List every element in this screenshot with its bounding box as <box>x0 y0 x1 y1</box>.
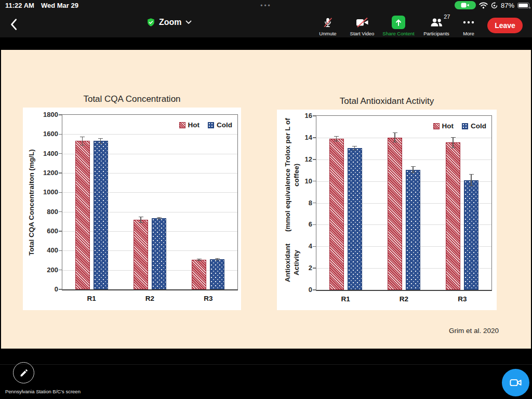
error-bar <box>215 258 220 260</box>
video-off-icon <box>356 17 369 28</box>
x-tick-label: R1 <box>76 295 107 302</box>
y-tick-mark <box>59 231 62 232</box>
chart-panel: Total CQA Concentraiton (mg/L) HotCold 0… <box>23 108 241 310</box>
legend-label: Cold <box>217 121 232 129</box>
back-chevron-icon <box>10 18 17 31</box>
start-video-label: Start Video <box>350 31 375 36</box>
citation-text: Grim et al. 2020 <box>449 327 499 335</box>
legend: HotCold <box>433 122 487 130</box>
back-button[interactable] <box>6 17 21 32</box>
x-tick-label: R3 <box>193 295 224 302</box>
error-bar <box>469 174 474 186</box>
error-bar <box>80 137 85 145</box>
bar-R3-hot <box>192 260 206 289</box>
y-tick-mark <box>59 211 62 212</box>
y-tick-label: 1600 <box>31 130 58 138</box>
start-video-button[interactable]: Start Video <box>345 12 379 36</box>
x-tick-label: R3 <box>447 295 478 303</box>
shared-screen-owner-label: Pennsylvania Station B/C's screen <box>5 389 81 394</box>
battery-icon <box>517 3 529 8</box>
x-tick-label: R2 <box>135 295 166 302</box>
camera-active-pill <box>455 1 476 9</box>
legend-swatch <box>179 122 185 128</box>
y-tick-label: 1000 <box>31 188 58 196</box>
y-tick-label: 0 <box>285 286 312 294</box>
y-tick-label: 12 <box>285 155 312 164</box>
participants-count-badge: 27 <box>444 14 450 20</box>
y-tick-mark <box>59 250 62 251</box>
mic-muted-icon <box>322 17 334 29</box>
y-tick-label: 8 <box>285 199 312 207</box>
legend-swatch <box>462 123 468 129</box>
bar-R3-cold <box>464 180 478 290</box>
x-tick-label: R1 <box>330 295 361 303</box>
x-tick-label: R2 <box>389 295 420 303</box>
legend-swatch <box>208 122 214 128</box>
chart-antioxidant: Total Antioxidant Activity Antioxidant A… <box>277 96 497 310</box>
multitask-dots-icon: ••• <box>0 2 532 9</box>
gridline <box>316 138 491 138</box>
chart-title: Total Antioxidant Activity <box>277 96 497 108</box>
bar-R3-cold <box>210 259 224 289</box>
legend-label: Hot <box>188 121 200 129</box>
status-bar: 11:22 AM Wed Mar 29 ••• 87% <box>0 0 532 11</box>
y-tick-label: 400 <box>31 246 58 255</box>
y-tick-label: 0 <box>31 285 58 294</box>
share-content-icon <box>392 16 405 29</box>
y-tick-label: 1200 <box>31 169 58 177</box>
error-bar <box>98 138 103 144</box>
error-bar <box>352 146 357 150</box>
chart-total-cqa: Total CQA Concentration Total CQA Concen… <box>23 94 241 310</box>
plot-area: HotCold 0246810121416R1R2R3 <box>316 115 492 291</box>
legend: HotCold <box>179 121 233 129</box>
footer-divider <box>0 364 532 365</box>
participants-icon <box>430 17 444 28</box>
more-dots-icon <box>463 21 474 24</box>
legend-label: Cold <box>471 122 486 130</box>
legend-item-hot: Hot <box>179 121 200 129</box>
gridline <box>62 134 237 135</box>
legend-swatch <box>433 123 440 129</box>
y-tick-label: 6 <box>285 220 312 229</box>
unmute-label: Unmute <box>319 31 336 36</box>
bar-R1-cold <box>94 141 108 289</box>
meeting-title-button[interactable]: Zoom <box>147 18 192 27</box>
y-tick-label: 16 <box>285 112 312 120</box>
y-tick-mark <box>59 172 62 174</box>
y-tick-label: 1400 <box>31 150 58 158</box>
camera-fab-button[interactable] <box>502 369 529 396</box>
legend-item-cold: Cold <box>462 122 486 130</box>
battery-percent: 87% <box>501 2 514 9</box>
leave-button[interactable]: Leave <box>487 18 523 33</box>
y-tick-mark <box>313 159 316 160</box>
y-tick-label: 10 <box>285 177 312 185</box>
plot-area: HotCold 02004006008001000120014001600180… <box>62 114 238 290</box>
share-content-button[interactable]: Share Content <box>379 12 418 36</box>
error-bar <box>393 132 397 142</box>
y-tick-mark <box>313 115 316 116</box>
y-tick-label: 800 <box>31 208 58 216</box>
y-tick-label: 600 <box>31 227 58 235</box>
bar-R2-hot <box>134 220 148 289</box>
y-tick-mark <box>313 137 316 138</box>
share-content-label: Share Content <box>382 31 414 36</box>
ipad-screen: 11:22 AM Wed Mar 29 ••• 87% <box>0 0 532 399</box>
zoom-toolbar: Zoom Unmute <box>0 11 532 37</box>
meeting-title: Zoom <box>159 18 182 27</box>
camera-in-use-icon <box>461 3 469 8</box>
y-tick-mark <box>59 270 62 271</box>
y-tick-label: 14 <box>285 134 312 142</box>
annotate-button[interactable] <box>13 362 34 383</box>
wifi-icon <box>479 2 488 9</box>
participants-label: Participants <box>423 31 449 36</box>
participants-button[interactable]: 27 Participants <box>418 12 455 36</box>
error-bar <box>334 136 339 141</box>
y-tick-label: 200 <box>31 266 58 274</box>
pencil-icon <box>19 368 29 378</box>
unmute-button[interactable]: Unmute <box>311 12 345 36</box>
y-tick-mark <box>313 289 316 290</box>
more-button[interactable]: More <box>455 12 482 36</box>
bar-R1-hot <box>329 139 344 290</box>
y-tick-mark <box>59 114 62 115</box>
legend-item-hot: Hot <box>433 122 454 130</box>
